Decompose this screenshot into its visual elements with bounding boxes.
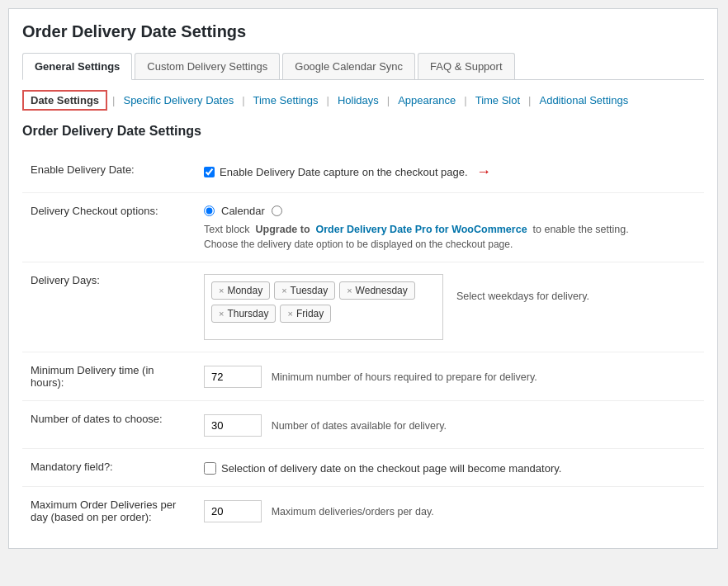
checkbox-mandatory[interactable] [204,462,216,475]
upgrade-prefix: Upgrade to [256,224,310,235]
tab-faq-support[interactable]: FAQ & Support [418,53,514,79]
max-deliveries-desc: Maximum deliveries/orders per day. [272,506,434,517]
delivery-days-desc: Select weekdays for delivery. [456,291,589,302]
label-enable-delivery: Enable Delivery Date: [22,152,196,193]
sep4: | [385,94,391,106]
settings-table: Enable Delivery Date: Enable Delivery Da… [22,152,704,535]
label-enable-delivery-text: Enable Delivery Date capture on the chec… [220,166,468,178]
tag-thursday: × Thursday [211,305,276,323]
min-delivery-desc: Minimum number of hours required to prep… [272,371,537,383]
row-enable-delivery: Enable Delivery Date: Enable Delivery Da… [22,152,704,193]
tab-google-calendar[interactable]: Google Calendar Sync [282,53,415,79]
sub-nav-appearance[interactable]: Appearance [395,92,459,109]
tab-general-settings[interactable]: General Settings [22,53,132,80]
sub-nav-time-slot[interactable]: Time Slot [472,92,523,109]
sub-nav: Date Settings | Specific Delivery Dates … [22,90,704,111]
tag-tuesday: × Tuesday [274,281,335,300]
tag-thursday-remove[interactable]: × [219,309,224,319]
tag-monday: × Monday [211,281,270,300]
row-max-deliveries: Maximum Order Deliveries per day (based … [22,487,704,536]
tag-wednesday: × Wednesday [339,281,415,300]
tag-wednesday-remove[interactable]: × [347,286,352,295]
radio-textblock[interactable] [272,206,282,216]
tag-monday-remove[interactable]: × [219,286,224,295]
label-mandatory: Mandatory field?: [22,449,196,487]
radio-textblock-label: Text block Upgrade to Order Delivery Dat… [204,224,629,235]
value-checkout-options: Calendar Text block Upgrade to Order Del… [196,193,704,262]
tag-friday-remove[interactable]: × [287,309,292,319]
row-num-dates: Number of dates to choose: Number of dat… [22,401,704,449]
sep2: | [240,94,246,106]
value-mandatory: Selection of delivery date on the checko… [196,449,704,487]
mandatory-label: Selection of delivery date on the checko… [221,462,561,475]
value-min-delivery: Minimum number of hours required to prep… [196,352,704,401]
page-title: Order Delivery Date Settings [22,22,704,41]
row-min-delivery: Minimum Delivery time (in hours): Minimu… [22,352,704,401]
sub-nav-holidays[interactable]: Holidays [334,92,382,109]
sub-nav-time-settings[interactable]: Time Settings [250,92,322,109]
radio-calendar[interactable] [204,206,215,216]
arrow-icon: → [476,163,491,181]
label-delivery-days: Delivery Days: [22,262,196,352]
value-max-deliveries: Maximum deliveries/orders per day. [196,487,704,536]
value-num-dates: Number of dates available for delivery. [196,401,704,449]
tags-row-1: × Monday × Tuesday × Wednesday [211,281,436,300]
tags-box: × Monday × Tuesday × Wednesday × Thursda… [204,274,443,340]
input-min-delivery-time[interactable] [204,366,262,388]
main-tabs: General Settings Custom Delivery Setting… [22,53,704,80]
label-num-dates: Number of dates to choose: [22,401,196,449]
upgrade-suffix: to enable the setting. [533,224,629,235]
value-enable-delivery: Enable Delivery Date capture on the chec… [196,152,704,193]
checkbox-enable-delivery[interactable] [204,167,215,177]
sep6: | [527,94,532,106]
label-min-delivery: Minimum Delivery time (in hours): [22,352,196,401]
label-checkout-options: Delivery Checkout options: [22,193,196,262]
row-mandatory: Mandatory field?: Selection of delivery … [22,449,704,487]
input-max-deliveries[interactable] [204,500,262,522]
upgrade-link[interactable]: Order Delivery Date Pro for WooCommerce [315,224,527,235]
sep1: | [111,94,116,106]
sep3: | [325,94,331,106]
tag-tuesday-remove[interactable]: × [281,286,286,295]
radio-calendar-label: Calendar [221,205,265,217]
value-delivery-days: × Monday × Tuesday × Wednesday × Thursda… [196,262,704,352]
row-delivery-days: Delivery Days: × Monday × Tuesday × Wedn… [22,262,704,352]
sub-nav-additional-settings[interactable]: Additional Settings [536,92,631,109]
tags-row-2: × Thursday × Friday [211,305,436,323]
num-dates-desc: Number of dates available for delivery. [272,420,447,432]
sub-nav-active-date-settings[interactable]: Date Settings [22,90,107,111]
section-title: Order Delivery Date Settings [22,124,704,139]
page-wrapper: Order Delivery Date Settings General Set… [8,8,718,549]
label-max-deliveries: Maximum Order Deliveries per day (based … [22,487,196,536]
sep5: | [462,94,468,106]
sub-nav-specific-delivery[interactable]: Specific Delivery Dates [120,92,237,109]
tag-friday: × Friday [280,305,331,323]
input-num-dates[interactable] [204,414,262,437]
checkout-options-helper: Choose the delivery date option to be di… [204,239,696,250]
tab-custom-delivery[interactable]: Custom Delivery Settings [135,53,280,79]
row-checkout-options: Delivery Checkout options: Calendar Text… [22,193,704,262]
